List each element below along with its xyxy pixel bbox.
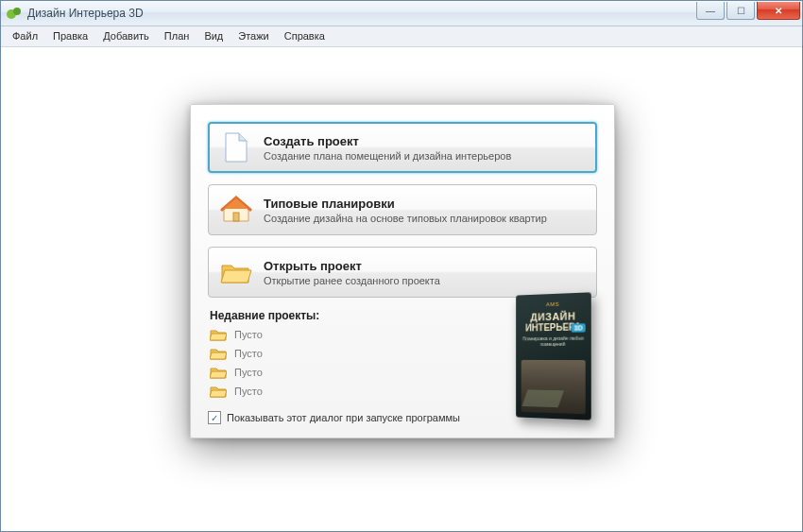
- templates-button[interactable]: Типовые планировки Создание дизайна на о…: [208, 184, 597, 235]
- create-project-desc: Создание плана помещений и дизайна интер…: [264, 150, 511, 162]
- templates-desc: Создание дизайна на основе типовых плани…: [264, 213, 547, 224]
- recent-item-label: Пусто: [234, 386, 263, 397]
- new-document-icon: [220, 131, 252, 163]
- folder-icon: [210, 328, 227, 341]
- titlebar[interactable]: Дизайн Интерьера 3D — ☐ ✕: [1, 1, 802, 26]
- create-project-button[interactable]: Создать проект Создание плана помещений …: [208, 122, 597, 173]
- folder-icon: [210, 366, 227, 379]
- folder-open-icon: [220, 256, 252, 288]
- recent-item-label: Пусто: [234, 329, 263, 340]
- app-icon: [7, 6, 22, 21]
- menu-edit[interactable]: Правка: [45, 26, 95, 46]
- window-controls: — ☐ ✕: [696, 1, 802, 20]
- create-project-title: Создать проект: [264, 134, 511, 148]
- menu-file[interactable]: Файл: [5, 26, 45, 46]
- product-box-art: AMS ДИЗАЙН ИНТЕРЬЕРА 3D Планировка и диз…: [501, 286, 599, 428]
- svg-rect-2: [233, 213, 239, 221]
- open-project-desc: Открытие ранее созданного проекта: [264, 275, 440, 286]
- menu-floors[interactable]: Этажи: [231, 26, 276, 46]
- svg-point-1: [13, 8, 21, 15]
- menu-view[interactable]: Вид: [196, 26, 231, 46]
- open-project-title: Открыть проект: [264, 259, 440, 273]
- menu-plan[interactable]: План: [157, 26, 197, 46]
- maximize-button[interactable]: ☐: [726, 2, 755, 20]
- checkbox-icon: ✓: [208, 411, 221, 424]
- house-icon: [220, 194, 252, 226]
- app-window: Дизайн Интерьера 3D — ☐ ✕ Файл Правка До…: [0, 0, 803, 532]
- templates-title: Типовые планировки: [264, 197, 547, 211]
- folder-icon: [210, 385, 227, 398]
- recent-item-label: Пусто: [234, 367, 263, 378]
- close-button[interactable]: ✕: [757, 2, 800, 20]
- menubar: Файл Правка Добавить План Вид Этажи Спра…: [1, 26, 802, 47]
- startup-dialog: Создать проект Создание плана помещений …: [190, 104, 615, 438]
- menu-add[interactable]: Добавить: [95, 26, 157, 46]
- minimize-button[interactable]: —: [696, 2, 725, 20]
- recent-item-label: Пусто: [234, 348, 263, 359]
- show-on-startup-label: Показывать этот диалог при запуске прогр…: [227, 412, 460, 423]
- app-title: Дизайн Интерьера 3D: [27, 7, 144, 20]
- folder-icon: [210, 347, 227, 360]
- workspace: Создать проект Создание плана помещений …: [1, 47, 802, 531]
- menu-help[interactable]: Справка: [277, 26, 333, 46]
